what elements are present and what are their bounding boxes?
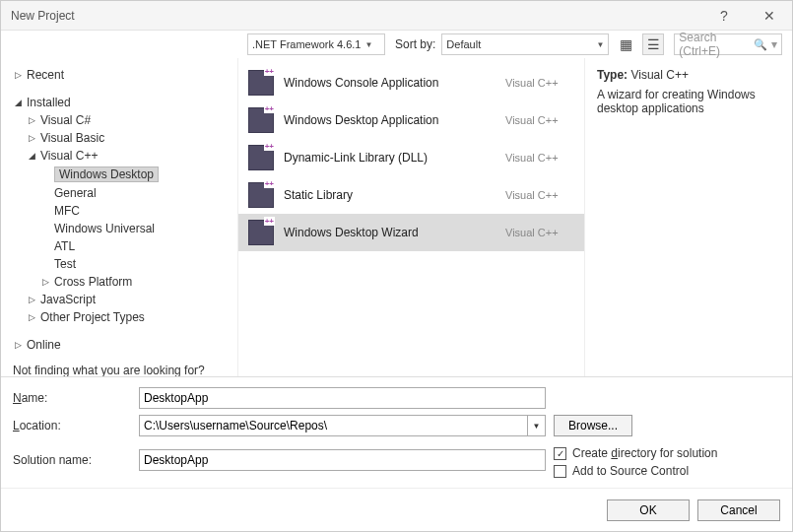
template-row[interactable]: Windows Desktop WizardVisual C++ xyxy=(238,214,584,251)
tree-recent[interactable]: ▷Recent xyxy=(13,66,226,84)
sort-label: Sort by: xyxy=(395,37,435,51)
search-icon: 🔍 xyxy=(754,38,767,51)
dialog-footer: OK Cancel xyxy=(1,488,792,531)
window-title: New Project xyxy=(11,9,75,23)
location-label: Location: xyxy=(13,419,131,432)
tree-vb[interactable]: ▷Visual Basic xyxy=(13,129,226,147)
tree-other[interactable]: ▷Other Project Types xyxy=(13,308,226,326)
tree-csharp[interactable]: ▷Visual C# xyxy=(13,111,226,129)
chevron-down-icon: ▼ xyxy=(596,40,604,49)
template-lang: Visual C++ xyxy=(505,77,574,89)
template-row[interactable]: Dynamic-Link Library (DLL)Visual C++ xyxy=(238,139,584,176)
name-input[interactable] xyxy=(139,387,546,409)
close-button[interactable]: ✕ xyxy=(747,1,792,31)
tree-installed[interactable]: ◢Installed xyxy=(13,94,226,111)
tree-atl[interactable]: ATL xyxy=(13,237,226,255)
create-directory-checkbox[interactable]: ✓ Create directory for solution xyxy=(554,446,780,460)
category-tree: ▷Recent ◢Installed ▷Visual C# ▷Visual Ba… xyxy=(1,58,237,376)
not-finding-label: Not finding what you are looking for? xyxy=(13,364,226,376)
dialog-body: ▷Recent ◢Installed ▷Visual C# ▷Visual Ba… xyxy=(1,58,792,376)
detail-type-value: Visual C++ xyxy=(630,68,688,82)
help-button[interactable]: ? xyxy=(701,1,747,31)
tree-vcpp[interactable]: ◢Visual C++ xyxy=(13,147,226,165)
checkbox-icon: ✓ xyxy=(554,447,566,460)
source-control-checkbox[interactable]: Add to Source Control xyxy=(554,464,780,478)
location-input[interactable] xyxy=(139,415,528,436)
tree-cross-platform[interactable]: ▷Cross Platform xyxy=(13,273,226,291)
project-form: Name: Location: ▼ Browse... Solution nam… xyxy=(1,376,792,488)
chevron-down-icon: ▼ xyxy=(364,40,372,49)
checkbox-icon xyxy=(554,465,566,478)
tree-general[interactable]: General xyxy=(13,184,226,202)
framework-value: .NET Framework 4.6.1 xyxy=(252,38,361,50)
toolbar: .NET Framework 4.6.1 ▼ Sort by: Default … xyxy=(1,31,792,58)
tree-test[interactable]: Test xyxy=(13,255,226,273)
tree-js[interactable]: ▷JavaScript xyxy=(13,291,226,308)
template-name: Dynamic-Link Library (DLL) xyxy=(284,151,496,165)
template-row[interactable]: Static LibraryVisual C++ xyxy=(238,176,584,214)
title-bar: New Project ? ✕ xyxy=(1,1,792,31)
view-details-button[interactable]: ☰ xyxy=(642,33,664,55)
ok-button[interactable]: OK xyxy=(607,499,690,521)
detail-type-label: Type: xyxy=(597,68,628,82)
tree-windows-desktop[interactable]: Windows Desktop xyxy=(13,165,226,184)
sort-dropdown[interactable]: Default ▼ xyxy=(441,33,609,55)
solution-name-label: Solution name: xyxy=(13,453,131,467)
tree-mfc[interactable]: MFC xyxy=(13,202,226,220)
cancel-button[interactable]: Cancel xyxy=(697,499,780,521)
chevron-down-icon: ▾ xyxy=(771,37,777,51)
template-name: Windows Desktop Wizard xyxy=(284,226,496,239)
template-name: Static Library xyxy=(284,188,496,202)
template-lang: Visual C++ xyxy=(505,152,574,164)
template-lang: Visual C++ xyxy=(505,189,574,201)
browse-button[interactable]: Browse... xyxy=(554,415,632,436)
template-name: Windows Desktop Application xyxy=(284,113,496,127)
tree-win-universal[interactable]: Windows Universal xyxy=(13,220,226,237)
template-icon xyxy=(248,182,274,208)
template-name: Windows Console Application xyxy=(284,76,496,90)
template-lang: Visual C++ xyxy=(505,227,574,238)
template-detail: Type: Visual C++ A wizard for creating W… xyxy=(585,58,792,376)
location-dropdown[interactable]: ▼ xyxy=(528,415,546,436)
tree-online[interactable]: ▷Online xyxy=(13,336,226,354)
name-label: Name: xyxy=(13,391,131,405)
template-icon xyxy=(248,107,274,133)
view-small-icons-button[interactable]: ▦ xyxy=(615,33,636,55)
template-row[interactable]: Windows Console ApplicationVisual C++ xyxy=(238,64,584,101)
template-icon xyxy=(248,70,274,96)
template-lang: Visual C++ xyxy=(505,114,574,126)
template-list: Windows Console ApplicationVisual C++Win… xyxy=(237,58,585,376)
template-icon xyxy=(248,220,274,245)
solution-name-input[interactable] xyxy=(139,449,546,471)
sort-value: Default xyxy=(446,38,481,50)
template-icon xyxy=(248,145,274,170)
new-project-dialog: New Project ? ✕ .NET Framework 4.6.1 ▼ S… xyxy=(0,0,793,532)
search-input[interactable]: Search (Ctrl+E) 🔍 ▾ xyxy=(674,33,782,55)
detail-description: A wizard for creating Windows desktop ap… xyxy=(597,88,780,115)
template-row[interactable]: Windows Desktop ApplicationVisual C++ xyxy=(238,101,584,139)
framework-dropdown[interactable]: .NET Framework 4.6.1 ▼ xyxy=(247,33,385,55)
search-placeholder: Search (Ctrl+E) xyxy=(679,31,754,58)
